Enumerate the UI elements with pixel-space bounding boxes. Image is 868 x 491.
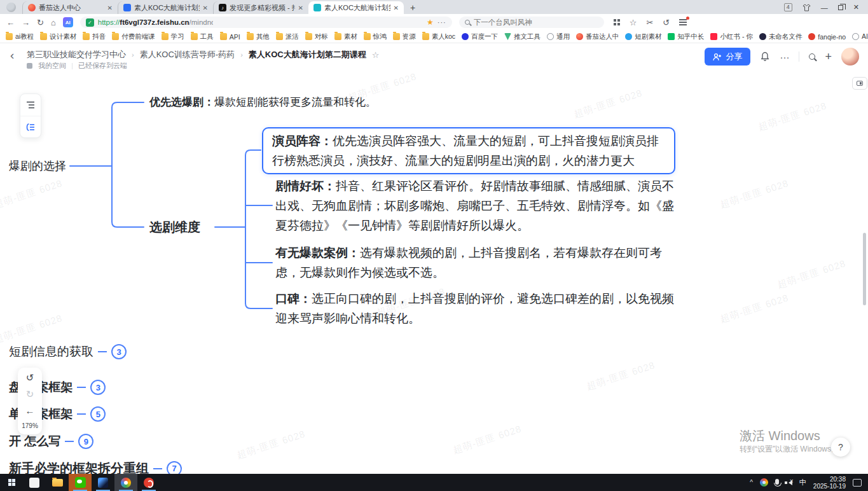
- doc-search-icon[interactable]: [809, 53, 815, 60]
- avatar[interactable]: [841, 48, 859, 66]
- close-icon[interactable]: ✕: [203, 4, 208, 11]
- tab-koc-doc-1[interactable]: 素人KOC大航海计划第二期 ✕: [118, 1, 213, 14]
- ime-indicator[interactable]: 中: [799, 478, 806, 487]
- node-reputation[interactable]: 口碑：选正向口碑的剧，上抖音搜剧的评价，避免选口碑差的剧，以免视频迎来骂声影响心…: [275, 289, 682, 328]
- bookmark-item[interactable]: 其他: [247, 32, 270, 41]
- home-icon[interactable]: ⌂: [51, 18, 56, 27]
- node-hit-cases[interactable]: 有无爆款案例：选有爆款视频的剧，上抖音搜剧名，若有爆款存在则可考虑，无爆款则作为…: [275, 243, 682, 282]
- node-root[interactable]: 爆剧的选择: [9, 158, 66, 174]
- topic-beginner-frame[interactable]: 新手必学的框架拆分重组 7: [9, 460, 182, 474]
- tab-douyin-search[interactable]: ♪ 发现更多精彩视频 - 抖音搜索 ✕: [213, 1, 308, 14]
- reload-icon[interactable]: ↻: [37, 18, 44, 27]
- ai-assistant-icon[interactable]: AI: [63, 17, 73, 27]
- bookmark-star-icon[interactable]: ★: [427, 18, 434, 27]
- bookmark-item[interactable]: 对标: [305, 32, 328, 41]
- history-undo-icon[interactable]: ↺: [663, 18, 670, 27]
- bookmark-item[interactable]: 资源: [393, 32, 416, 41]
- document-title[interactable]: 素人KOC大航海计划第二期课程: [249, 49, 366, 60]
- bookmark-item[interactable]: 付费前端课: [112, 32, 155, 41]
- tab-count-badge[interactable]: 4: [784, 3, 792, 11]
- side-panel-toggle[interactable]: [852, 77, 867, 90]
- bookmark-item[interactable]: 抖音: [83, 32, 106, 41]
- bookmark-item[interactable]: 派活: [276, 32, 299, 41]
- node-priority[interactable]: 优先选爆剧：爆款短剧能获得更多流量和转化。: [149, 95, 376, 109]
- theme-skin-icon[interactable]: [803, 4, 811, 11]
- space-label[interactable]: 我的空间: [38, 61, 66, 71]
- security-shield-icon[interactable]: ✓: [86, 18, 94, 27]
- bookmark-item[interactable]: 百度一下: [462, 32, 498, 41]
- screenshot-scissors-icon[interactable]: ✂: [646, 18, 653, 27]
- outline-view-button[interactable]: [20, 94, 41, 116]
- undo-icon[interactable]: ↺: [26, 373, 34, 383]
- new-tab-button[interactable]: +: [410, 3, 415, 13]
- bookmark-item[interactable]: 惊鸿: [364, 32, 387, 41]
- collapsed-count-badge[interactable]: 3: [90, 380, 106, 395]
- node-dimension[interactable]: 选剧维度: [149, 219, 200, 235]
- redo-icon[interactable]: ↻: [26, 389, 34, 399]
- collapse-arrow-icon[interactable]: ←: [25, 406, 35, 416]
- taskbar-browser[interactable]: [114, 474, 137, 491]
- collapsed-count-badge[interactable]: 5: [90, 406, 106, 422]
- bookmark-item[interactable]: AI工具魔盒: [852, 32, 868, 41]
- url-more-icon[interactable]: ···: [437, 18, 446, 26]
- breadcrumb-item[interactable]: 第三职业技能交付学习中心: [27, 49, 126, 60]
- zoom-level[interactable]: 179%: [22, 422, 38, 429]
- topic-opening[interactable]: 开 怎么写 9: [9, 433, 93, 450]
- microphone-icon[interactable]: [775, 479, 779, 485]
- taskbar-wechat[interactable]: [69, 474, 92, 491]
- topic-info-acquire[interactable]: 短剧信息的获取 3: [9, 343, 127, 360]
- collapsed-count-badge[interactable]: 3: [111, 344, 127, 359]
- share-button[interactable]: 分享: [705, 48, 750, 66]
- url-bar[interactable]: ✓ https://ft6vgl737z.feishu.cn/mindnotes…: [80, 17, 452, 28]
- collapsed-count-badge[interactable]: 9: [78, 434, 93, 449]
- bookmark-item[interactable]: fanqie-no: [808, 33, 846, 41]
- menu-icon[interactable]: [679, 22, 687, 23]
- mindmap-view-button[interactable]: [20, 116, 41, 137]
- more-icon[interactable]: ···: [780, 52, 789, 62]
- collapsed-count-badge[interactable]: 7: [167, 461, 182, 474]
- bookmark-item[interactable]: 小红书 - 你: [710, 32, 752, 41]
- taskbar-file-explorer[interactable]: [46, 474, 69, 491]
- taskbar-feishu[interactable]: [92, 474, 114, 491]
- notification-center-icon[interactable]: [853, 479, 862, 487]
- bookmark-item[interactable]: 工具: [191, 32, 214, 41]
- close-window-icon[interactable]: ✕: [853, 3, 859, 11]
- bell-icon[interactable]: [760, 52, 770, 62]
- taskbar-red-app[interactable]: [137, 474, 160, 491]
- bookmark-item[interactable]: 通用: [547, 32, 570, 41]
- restore-icon[interactable]: [838, 5, 843, 10]
- close-icon[interactable]: ✕: [394, 4, 399, 11]
- bookmark-item[interactable]: 未命名文件: [759, 32, 803, 41]
- help-button[interactable]: ?: [831, 438, 850, 457]
- forward-icon[interactable]: →: [22, 18, 30, 27]
- bookmark-item[interactable]: 推文工具: [504, 32, 541, 41]
- bookmark-item[interactable]: ai教程: [6, 32, 34, 41]
- browser-search-box[interactable]: [459, 17, 604, 28]
- tab-koc-doc-active[interactable]: 素人KOC大航海计划第二期 ✕: [308, 1, 404, 14]
- close-icon[interactable]: ✕: [298, 4, 303, 11]
- vertical-scrollbar[interactable]: [863, 233, 866, 305]
- apps-grid-icon[interactable]: [614, 19, 616, 22]
- star-icon[interactable]: ☆: [372, 50, 380, 60]
- node-cast-selected[interactable]: 演员阵容：优先选演员阵容强大、流量大的短剧，可上抖音搜短剧演员排行榜熟悉演员，演…: [262, 127, 675, 174]
- bookmark-item[interactable]: 番茄达人中: [576, 32, 619, 41]
- search-input[interactable]: [474, 18, 598, 26]
- taskbar-clock[interactable]: 20:38 2025-10-19: [813, 476, 846, 490]
- bookmark-item[interactable]: 设计素材: [40, 32, 76, 41]
- bookmark-item[interactable]: 短剧素材: [625, 32, 661, 41]
- bookmark-item[interactable]: 素材: [334, 32, 357, 41]
- breadcrumb-item[interactable]: 素人KOC训练营导师-药药: [140, 49, 235, 60]
- back-chevron-icon[interactable]: ‹: [10, 48, 14, 62]
- bookmark-item[interactable]: 素人koc: [422, 32, 455, 41]
- node-plot[interactable]: 剧情好坏：抖音、红果评论区看评价。好剧情故事细腻、情感细腻、演员不出戏、无狗血剧…: [275, 176, 682, 235]
- browser-profile-icon[interactable]: [6, 3, 16, 12]
- tray-browser-icon[interactable]: [760, 478, 768, 487]
- back-icon[interactable]: ←: [6, 18, 15, 27]
- bookmark-item[interactable]: 知乎中长: [668, 32, 704, 41]
- tab-fanqie-center[interactable]: 番茄达人中心 ✕: [22, 1, 118, 14]
- taskbar-app-notes[interactable]: [23, 474, 46, 491]
- start-button[interactable]: [0, 474, 23, 491]
- tray-expand-icon[interactable]: ^: [750, 479, 753, 486]
- close-icon[interactable]: ✕: [107, 4, 113, 11]
- speaker-muted-icon[interactable]: [786, 480, 792, 485]
